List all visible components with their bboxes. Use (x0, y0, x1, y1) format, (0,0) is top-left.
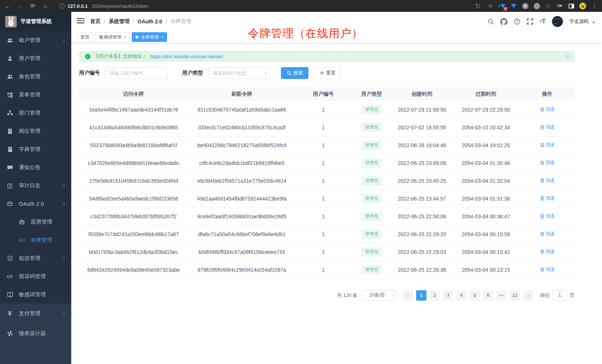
force-logout-button[interactable]: 强退 (540, 231, 555, 237)
page-button-2[interactable]: 2 (429, 290, 440, 301)
app-logo[interactable]: 芋道管理系统 (0, 12, 71, 31)
alert-close-icon[interactable]: × (566, 53, 569, 59)
sidebar-item-oauth-apps[interactable]: 应用管理 (0, 213, 71, 231)
sidebar-item-pay[interactable]: ¥ 支付管理 ∨ (0, 304, 71, 324)
user-name[interactable]: 芋道源码 (569, 18, 589, 25)
refresh-token-cell: 811c530487574fa0af1a59d3abc1aa66 (188, 101, 296, 119)
created-time-cell: 2022-06-26 18:04:46 (392, 136, 452, 154)
breadcrumb-oauth[interactable]: OAuth 2.0 (138, 19, 162, 24)
home-icon[interactable]: ⌂ (42, 3, 49, 9)
collapse-sidebar-icon[interactable] (77, 18, 84, 25)
book-icon (7, 146, 13, 152)
user-id-cell: 1 (295, 172, 351, 190)
help-icon[interactable]: ? (514, 18, 520, 25)
sidebar-item-report-designer[interactable]: 报表设计器 (0, 324, 71, 344)
sidebar-item-dict[interactable]: 字典管理 (0, 140, 71, 158)
avatar[interactable] (552, 16, 563, 27)
actions-cell: 强退 (520, 119, 575, 136)
sidebar-item-sms[interactable]: 短信管理 ∨ (0, 249, 71, 267)
expire-time-cell: 2054-03-04 01:32:04 (452, 172, 520, 190)
user-type-select[interactable] (208, 67, 271, 79)
force-logout-button[interactable]: 强退 (540, 195, 555, 202)
tab-sensitive-words[interactable]: 敏感词管理 × (95, 32, 130, 42)
star-extension-icon[interactable]: ✩ (545, 3, 552, 9)
font-size-icon[interactable]: TT (540, 18, 546, 25)
actions-cell: 强退 (520, 190, 575, 208)
gem-extension-icon[interactable] (510, 3, 517, 9)
next-page-button[interactable]: › (523, 290, 533, 301)
github-icon[interactable] (500, 18, 507, 25)
admin-badge: 管理员 (361, 105, 382, 114)
user-id-input[interactable] (105, 67, 167, 79)
reset-button[interactable]: ⟳ 重置 (314, 67, 341, 79)
force-logout-button[interactable]: 强退 (540, 267, 555, 273)
sidebar-item-role[interactable]: 角色管理 (0, 67, 71, 86)
sidebar-item-label: OAuth 2.0 (19, 201, 63, 207)
sidebar-item-label: 审计日志 (19, 182, 63, 189)
sidebar-item-sensitive[interactable]: 敏感词管理 (0, 285, 71, 304)
sidebar-item-label: 敏感词管理 (19, 291, 65, 298)
sidebar-item-dept[interactable]: 部门管理 (0, 104, 71, 122)
recorder-extension-icon[interactable] (533, 3, 540, 9)
doc-link[interactable]: https://doc.iocoder.cn/user-center/ (150, 54, 223, 59)
close-icon[interactable]: × (124, 35, 126, 39)
force-logout-button[interactable]: 强退 (540, 178, 555, 184)
sidebar-item-menu[interactable]: 菜单管理 (0, 86, 71, 104)
sidebar-item-audit-log[interactable]: 审计日志 ∨ (0, 176, 71, 195)
force-logout-button[interactable]: 强退 (540, 106, 555, 113)
fullscreen-icon[interactable] (527, 18, 533, 25)
actions-cell: 强退 (520, 136, 575, 154)
search-icon[interactable] (488, 19, 494, 25)
reload-icon[interactable]: ⟳ (29, 3, 36, 9)
command-extension-icon[interactable]: ⌘ (522, 3, 529, 9)
force-logout-button[interactable]: 强退 (540, 213, 555, 219)
chrome-menu-icon[interactable]: ⋮ (591, 3, 598, 9)
sidebar-item-user[interactable]: 用户管理 (0, 49, 71, 67)
share-icon[interactable]: ⎋ (474, 3, 482, 9)
sidebar-item-notice[interactable]: 通知公告 (0, 158, 71, 176)
page-button-4[interactable]: 4 (456, 290, 467, 301)
extensions-puzzle-icon[interactable]: ⚩ (556, 3, 563, 9)
sidebar-item-errcode[interactable]: 错误码管理 (0, 267, 71, 285)
filter-bar: 用户编号 用户类型 ∨ 搜索 ⟳ 重置 (79, 67, 575, 79)
access-token-cell: f9336e7c7dd242a283ee98dc86b17a87 (79, 225, 188, 243)
force-logout-button[interactable]: 强退 (540, 124, 555, 130)
page-button-3[interactable]: 3 (443, 290, 453, 301)
sidebar-item-tenant[interactable]: 租户管理 ∨ (0, 31, 71, 49)
access-token-cell: 6d842e2924594de9a09e45e087323abe (79, 261, 188, 279)
address-bar[interactable]: i 127.0.0.1:1024/system/oauth2/token (54, 3, 469, 9)
page-button-5[interactable]: 5 (470, 290, 480, 301)
page-button-6[interactable]: 6 (483, 290, 493, 301)
sidebar-item-label: 支付管理 (19, 310, 63, 317)
caret-down-icon[interactable]: ▼ (592, 19, 595, 24)
search-button[interactable]: 搜索 (281, 67, 308, 79)
sidebar-item-post[interactable]: 岗位管理 (0, 122, 71, 140)
trash-icon (540, 232, 544, 236)
breadcrumb-system[interactable]: 系统管理 (109, 18, 130, 25)
page-button-last[interactable]: 12 (510, 290, 520, 301)
page-button-1[interactable]: 1 (416, 290, 426, 301)
extension-grid-icon[interactable]: 9 (499, 3, 506, 9)
force-logout-button[interactable]: 强退 (540, 160, 555, 166)
force-logout-button[interactable]: 强退 (540, 142, 555, 148)
table-row: b0d1785bc3a8482f812db4a3f3bd15ecb0df4980… (79, 243, 575, 261)
back-icon[interactable]: ← (4, 3, 11, 9)
goto-page-input[interactable] (552, 290, 567, 301)
profile-emoji-icon[interactable] (579, 3, 586, 9)
more-pages-button[interactable]: ••• (496, 290, 507, 301)
forward-icon[interactable]: → (16, 3, 24, 9)
user-id-cell: 1 (295, 136, 351, 154)
bookmark-star-icon[interactable]: ☆ (487, 3, 494, 9)
site-info-icon[interactable]: i (59, 3, 65, 9)
sidebar-item-oauth[interactable]: OAuth 2.0 ∧ (0, 195, 71, 213)
breadcrumb-home[interactable]: 首页 (90, 18, 101, 25)
side-panel-icon[interactable] (568, 3, 575, 9)
page-size-select[interactable]: 10条/页 ∨ (362, 290, 397, 301)
close-icon[interactable]: × (161, 35, 163, 39)
sidebar-item-oauth-token[interactable]: A 令牌管理 (0, 231, 71, 249)
tab-token-management[interactable]: 令牌管理 × (132, 32, 167, 42)
prev-page-button[interactable]: ‹ (403, 290, 413, 301)
trash-icon (540, 143, 544, 148)
tab-home[interactable]: 首页 (77, 32, 93, 42)
force-logout-button[interactable]: 强退 (540, 249, 555, 255)
